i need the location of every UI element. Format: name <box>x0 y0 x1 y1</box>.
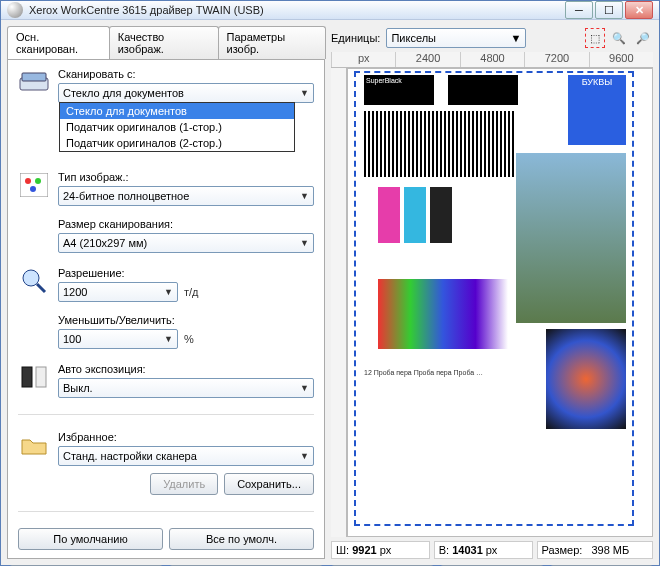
units-label: Единицы: <box>331 32 380 44</box>
maximize-button[interactable]: ☐ <box>595 1 623 19</box>
close-button[interactable]: ✕ <box>625 1 653 19</box>
preview-patch <box>516 153 626 323</box>
chevron-down-icon: ▼ <box>164 334 173 344</box>
scan-from-dropdown[interactable]: Стекло для документов Податчик оригинало… <box>59 102 295 152</box>
chevron-down-icon: ▼ <box>164 287 173 297</box>
preview-patch: SuperBlack <box>364 75 434 105</box>
chevron-down-icon: ▼ <box>300 451 309 461</box>
chevron-down-icon: ▼ <box>300 191 309 201</box>
dialog-body: Осн. сканирован. Качество изображ. Парам… <box>1 20 659 566</box>
window-title: Xerox WorkCentre 3615 драйвер TWAIN (USB… <box>29 4 565 16</box>
svg-rect-2 <box>20 173 48 197</box>
dropdown-option[interactable]: Податчик оригиналов (1-стор.) <box>60 119 294 135</box>
svg-rect-9 <box>36 367 46 387</box>
svg-rect-1 <box>22 73 46 81</box>
preview-patch <box>378 279 508 349</box>
preview-area: SuperBlack БУКВЫ 12 Проба пера Проба пер… <box>331 68 653 537</box>
palette-icon <box>18 171 50 199</box>
scale-select[interactable]: 100▼ <box>58 329 178 349</box>
zoom-out-icon[interactable]: 🔎 <box>633 28 653 48</box>
preview-canvas[interactable]: SuperBlack БУКВЫ 12 Проба пера Проба пер… <box>347 68 653 537</box>
scan-size-select[interactable]: A4 (210x297 мм)▼ <box>58 233 314 253</box>
left-pane: Осн. сканирован. Качество изображ. Парам… <box>7 26 325 566</box>
scale-label: Уменьшить/Увеличить: <box>58 314 314 326</box>
titlebar[interactable]: Xerox WorkCentre 3615 драйвер TWAIN (USB… <box>1 1 659 20</box>
chevron-down-icon: ▼ <box>300 238 309 248</box>
dropdown-option[interactable]: Податчик оригиналов (2-стор.) <box>60 135 294 151</box>
chevron-down-icon: ▼ <box>511 32 522 44</box>
window-controls: ─ ☐ ✕ <box>565 1 653 19</box>
delete-button[interactable]: Удалить <box>150 473 218 495</box>
scan-size-label: Размер сканирования: <box>58 218 314 230</box>
resolution-label: Разрешение: <box>58 267 314 279</box>
scanner-icon <box>18 68 50 96</box>
tab-bar: Осн. сканирован. Качество изображ. Парам… <box>7 26 325 59</box>
crop-tool-icon[interactable]: ⬚ <box>585 28 605 48</box>
preview-text: 12 Проба пера Проба пера Проба … <box>364 369 514 429</box>
folder-icon <box>18 431 50 459</box>
preview-patch <box>430 187 452 243</box>
tab-basic[interactable]: Осн. сканирован. <box>7 26 110 59</box>
auto-exposure-row: Авто экспозиция: Выкл.▼ <box>18 363 314 398</box>
chevron-down-icon: ▼ <box>300 383 309 393</box>
tab-quality[interactable]: Качество изображ. <box>109 26 219 59</box>
svg-rect-8 <box>22 367 32 387</box>
divider <box>18 414 314 415</box>
divider <box>18 511 314 512</box>
preview-patch <box>364 111 514 177</box>
svg-point-5 <box>30 186 36 192</box>
chevron-down-icon: ▼ <box>300 88 309 98</box>
scale-unit: % <box>184 333 194 345</box>
horizontal-ruler: px 2400 4800 7200 9600 <box>331 52 653 68</box>
preview-patch <box>448 75 518 105</box>
scan-from-row: Сканировать с: Стекло для документов▼ <box>18 68 314 103</box>
save-button[interactable]: Сохранить... <box>224 473 314 495</box>
minimize-button[interactable]: ─ <box>565 1 593 19</box>
scan-from-select[interactable]: Стекло для документов▼ <box>58 83 314 103</box>
zoom-in-icon[interactable]: 🔍 <box>609 28 629 48</box>
right-pane: Единицы: Пикселы▼ ⬚ 🔍 🔎 px 2400 4800 720… <box>331 26 653 566</box>
resolution-row: Разрешение: 1200▼ т/д Уменьшить/Увеличит… <box>18 267 314 349</box>
favorites-label: Избранное: <box>58 431 314 443</box>
svg-point-6 <box>23 270 39 286</box>
auto-exposure-select[interactable]: Выкл.▼ <box>58 378 314 398</box>
preview-patch <box>378 187 400 243</box>
tab-panel: Сканировать с: Стекло для документов▼ Ст… <box>7 59 325 559</box>
dropdown-option[interactable]: Стекло для документов <box>60 103 294 119</box>
scan-from-label: Сканировать с: <box>58 68 314 80</box>
resolution-select[interactable]: 1200▼ <box>58 282 178 302</box>
exposure-icon <box>18 363 50 391</box>
preview-patch <box>546 329 626 429</box>
preview-patch: БУКВЫ <box>568 75 626 145</box>
app-icon <box>7 2 23 18</box>
magnifier-icon <box>18 267 50 295</box>
all-defaults-button[interactable]: Все по умолч. <box>169 528 314 550</box>
vertical-ruler <box>331 68 347 537</box>
auto-exposure-label: Авто экспозиция: <box>58 363 314 375</box>
status-row: Ш: 9921 px В: 14031 px Размер: 398 МБ <box>331 537 653 563</box>
svg-point-3 <box>25 178 31 184</box>
twain-dialog: Xerox WorkCentre 3615 драйвер TWAIN (USB… <box>0 0 660 566</box>
left-bottom-buttons: О программе... Справ <box>7 559 325 566</box>
favorites-select[interactable]: Станд. настройки сканера▼ <box>58 446 314 466</box>
units-select[interactable]: Пикселы▼ <box>386 28 526 48</box>
units-bar: Единицы: Пикселы▼ ⬚ 🔍 🔎 <box>331 26 653 52</box>
svg-point-4 <box>35 178 41 184</box>
image-type-row: Тип изображ.: 24-битное полноцветное▼ Ра… <box>18 171 314 253</box>
defaults-button[interactable]: По умолчанию <box>18 528 163 550</box>
preview-patch <box>404 187 426 243</box>
favorites-row: Избранное: Станд. настройки сканера▼ Уда… <box>18 431 314 495</box>
defaults-row: По умолчанию Все по умолч. <box>18 528 314 550</box>
tab-params[interactable]: Параметры изобр. <box>218 26 327 59</box>
image-type-select[interactable]: 24-битное полноцветное▼ <box>58 186 314 206</box>
image-type-label: Тип изображ.: <box>58 171 314 183</box>
resolution-unit: т/д <box>184 286 199 298</box>
svg-line-7 <box>37 284 45 292</box>
